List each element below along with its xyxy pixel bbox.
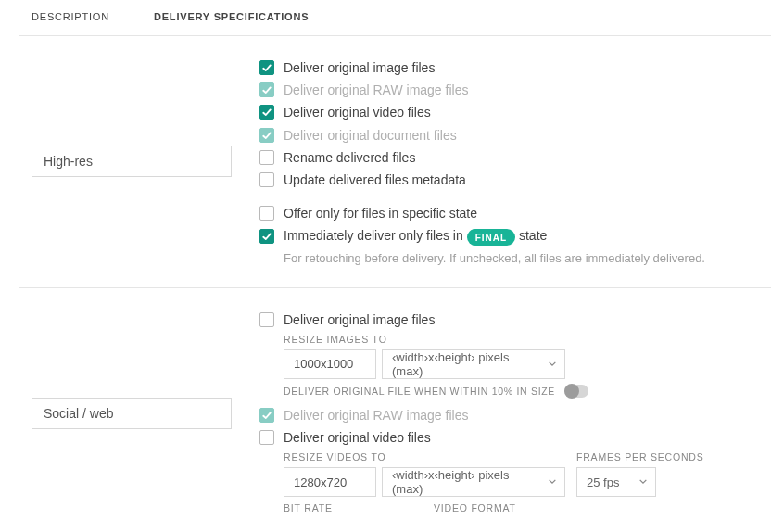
opt-deliver-doc: Deliver original document files bbox=[259, 127, 758, 144]
checkbox-label: Update delivered files metadata bbox=[284, 171, 466, 188]
checkbox-label: Deliver original video files bbox=[284, 429, 431, 446]
checkbox-label: Immediately deliver only files in FINAL … bbox=[284, 227, 547, 245]
opt-update-meta[interactable]: Update delivered files metadata bbox=[259, 171, 758, 188]
video-size-input[interactable] bbox=[284, 467, 376, 497]
checkbox-label: Deliver original RAW image files bbox=[284, 82, 468, 98]
checkbox-label: Offer only for files in specific state bbox=[284, 205, 477, 222]
opt-offer-state[interactable]: Offer only for files in specific state bbox=[259, 205, 758, 222]
checkbox-deliver-video[interactable] bbox=[259, 430, 274, 445]
checkbox-label: Deliver original image files bbox=[284, 59, 435, 76]
checkbox-label: Deliver original video files bbox=[284, 104, 431, 120]
row-name-input[interactable] bbox=[32, 146, 232, 177]
opt-deliver-video[interactable]: Deliver original video files bbox=[259, 429, 758, 446]
deliver-original-within-label: DELIVER ORIGINAL FILE WHEN WITHIN 10% IN… bbox=[284, 386, 555, 397]
checkbox-label: Deliver original document files bbox=[284, 127, 457, 144]
image-size-unit-select[interactable]: ‹width›x‹height› pixels (max) bbox=[382, 349, 565, 379]
checkbox-rename[interactable] bbox=[259, 150, 274, 165]
row-name-input[interactable] bbox=[32, 398, 232, 429]
checkbox-deliver-video[interactable] bbox=[259, 105, 274, 120]
checkbox-deliver-doc bbox=[259, 128, 274, 143]
fps-label: FRAMES PER SECONDS bbox=[576, 451, 704, 462]
chevron-down-icon bbox=[548, 475, 557, 489]
video-size-unit-select[interactable]: ‹width›x‹height› pixels (max) bbox=[382, 467, 565, 497]
checkbox-label: Deliver original image files bbox=[284, 311, 435, 328]
resize-images-label: RESIZE IMAGES TO bbox=[284, 334, 758, 345]
opt-deliver-raw: Deliver original RAW image files bbox=[259, 82, 758, 98]
image-size-input[interactable] bbox=[284, 349, 376, 379]
delivery-row-social-web: Deliver original image files RESIZE IMAG… bbox=[19, 288, 771, 532]
deliver-original-within-toggle[interactable] bbox=[564, 385, 588, 398]
checkbox-deliver-raw bbox=[259, 408, 274, 423]
deliver-original-within-toggle-row: DELIVER ORIGINAL FILE WHEN WITHIN 10% IN… bbox=[284, 385, 758, 398]
immediate-help-text: For retouching before delivery. If unche… bbox=[284, 251, 758, 265]
resize-videos-group: RESIZE VIDEOS TO ‹width›x‹height› pixels… bbox=[284, 451, 758, 518]
opt-deliver-video[interactable]: Deliver original video files bbox=[259, 104, 758, 120]
checkbox-offer-state[interactable] bbox=[259, 206, 274, 221]
checkbox-immediate-final[interactable] bbox=[259, 229, 274, 244]
resize-videos-label: RESIZE VIDEOS TO bbox=[284, 451, 565, 462]
tab-description[interactable]: DESCRIPTION bbox=[32, 0, 109, 35]
checkbox-deliver-image[interactable] bbox=[259, 60, 274, 75]
checkbox-label: Rename delivered files bbox=[284, 149, 415, 166]
checkbox-update-meta[interactable] bbox=[259, 172, 274, 187]
final-badge: FINAL bbox=[467, 229, 515, 246]
fps-select[interactable]: 25 fps bbox=[576, 467, 656, 497]
delivery-row-high-res: Deliver original image files Deliver ori… bbox=[19, 36, 771, 288]
checkbox-deliver-image[interactable] bbox=[259, 312, 274, 327]
chevron-down-icon bbox=[548, 357, 557, 371]
checkbox-label: Deliver original RAW image files bbox=[284, 407, 468, 424]
checkbox-deliver-raw bbox=[259, 82, 274, 97]
tab-delivery-specifications[interactable]: DELIVERY SPECIFICATIONS bbox=[154, 0, 309, 35]
opt-rename[interactable]: Rename delivered files bbox=[259, 149, 758, 166]
tabs-bar: DESCRIPTION DELIVERY SPECIFICATIONS bbox=[19, 0, 771, 36]
opt-immediate-final[interactable]: Immediately deliver only files in FINAL … bbox=[259, 227, 758, 245]
video-format-label: VIDEO FORMAT bbox=[434, 502, 516, 513]
opt-deliver-image[interactable]: Deliver original image files bbox=[259, 311, 758, 328]
bitrate-label: BIT RATE bbox=[284, 502, 423, 513]
resize-images-group: RESIZE IMAGES TO ‹width›x‹height› pixels… bbox=[284, 334, 758, 398]
chevron-down-icon bbox=[638, 475, 648, 489]
opt-deliver-raw: Deliver original RAW image files bbox=[259, 407, 758, 424]
opt-deliver-image[interactable]: Deliver original image files bbox=[259, 59, 758, 76]
